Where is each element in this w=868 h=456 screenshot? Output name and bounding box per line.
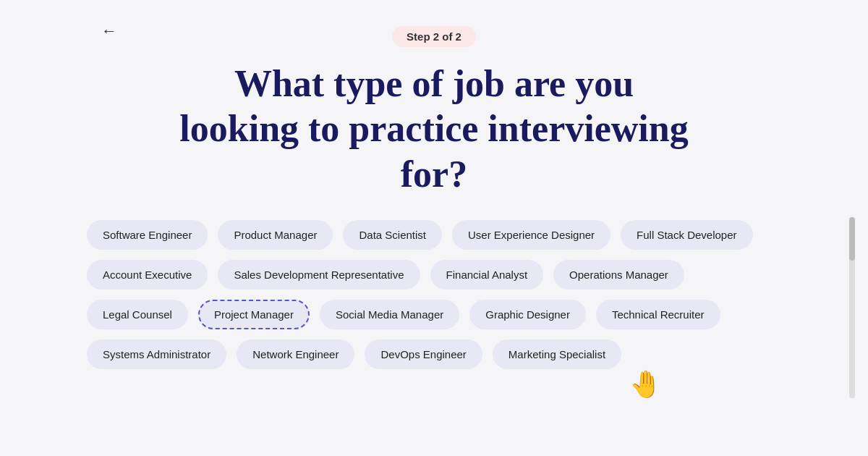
scrollbar-track[interactable] (849, 217, 855, 398)
chip-project-manager[interactable]: Project Manager (198, 300, 310, 329)
cursor-hand: 🤚 (629, 369, 662, 400)
chip-operations-manager[interactable]: Operations Manager (553, 260, 684, 290)
chip-product-manager[interactable]: Product Manager (218, 220, 333, 250)
chip-systems-administrator[interactable]: Systems Administrator (87, 339, 226, 369)
chip-data-scientist[interactable]: Data Scientist (343, 220, 442, 250)
chip-graphic-designer[interactable]: Graphic Designer (469, 300, 586, 329)
chip-devops-engineer[interactable]: DevOps Engineer (365, 339, 482, 369)
chip-full-stack-developer[interactable]: Full Stack Developer (621, 220, 752, 250)
chip-marketing-specialist[interactable]: Marketing Specialist (493, 339, 621, 369)
back-button[interactable]: ← (101, 22, 117, 41)
chip-financial-analyst[interactable]: Financial Analyst (430, 260, 544, 290)
chip-sales-dev-rep[interactable]: Sales Development Representative (218, 260, 420, 290)
page-title: What type of job are you looking to prac… (0, 62, 868, 197)
chip-network-engineer[interactable]: Network Engineer (237, 339, 354, 369)
chip-software-engineer[interactable]: Software Engineer (87, 220, 208, 250)
scrollbar-thumb[interactable] (849, 217, 855, 261)
chip-account-executive[interactable]: Account Executive (87, 260, 208, 290)
chip-legal-counsel[interactable]: Legal Counsel (87, 300, 188, 329)
chips-container: Software EngineerProduct ManagerData Sci… (0, 220, 868, 369)
step-badge: Step 2 of 2 (392, 26, 476, 47)
chip-technical-recruiter[interactable]: Technical Recruiter (596, 300, 720, 329)
chip-social-media-manager[interactable]: Social Media Manager (320, 300, 459, 329)
chip-ux-designer[interactable]: User Experience Designer (452, 220, 610, 250)
